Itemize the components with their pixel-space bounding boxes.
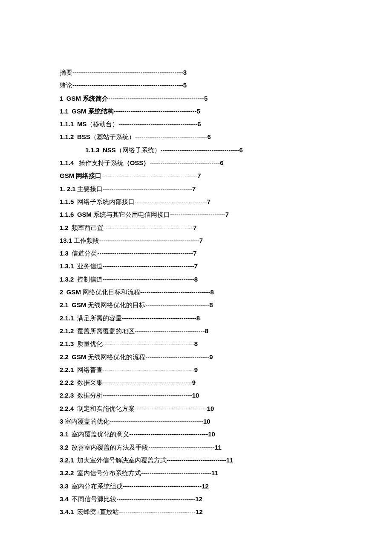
toc-title: 室内分布系统组成 [72,483,123,490]
toc-title: 业务信道 [77,263,103,270]
toc-title: GSM 网络优化目标和流程 [66,289,140,296]
toc-page-number: 7 [197,169,201,182]
toc-label: 3.3 室内分布系统组成 [60,480,123,493]
toc-page-number: 10 [207,402,214,415]
toc-leader: --------------------------------- [141,467,211,479]
toc-page-number: 5 [183,79,187,92]
toc-label: 2.1.3 质量优化 [60,337,103,350]
toc-entry: 2.1.2 覆盖所需覆盖的地区 ------------------------… [60,325,332,337]
toc-page-number: 5 [204,92,208,105]
toc-label: 3.2.1 加大室外信号解决室内覆盖方式 [60,454,167,467]
toc-page-number: 5 [197,105,200,118]
toc-entry: 2.1.3 质量优化 -----------------------------… [60,337,332,350]
toc-page-number: 8 [210,286,214,299]
toc-entry: 3.3 室内分布系统组成 ---------------------------… [60,480,332,493]
toc-page-number: 8 [194,273,198,286]
toc-label: 2.1.1 满足所需的容量 [60,312,122,325]
toc-title: 数据分析 [77,392,103,399]
toc-entry: 1 GSM 系统简介------------------------------… [60,92,332,105]
toc-title: NSS（网络子系统） [103,147,161,154]
toc-title: 摘要 [60,69,72,76]
toc-leader: ----------------------------------------… [72,66,183,79]
toc-leader: --------------------------------------- [114,105,197,118]
toc-number: 1.3.2 [60,276,74,283]
toc-label: GSM 网络接口 [60,169,101,182]
toc-title: 控制信道 [77,276,103,283]
toc-leader: ------------------------------ [145,351,209,363]
toc-label: 3.4.1 宏蜂窝+直放站 [60,506,119,518]
toc-page-number: 7 [199,234,203,247]
toc-leader: ---------------------------------- [135,402,207,415]
toc-title: 加大室外信号解决室内覆盖方式 [77,457,167,464]
toc-label: 2.2.2 数据采集 [60,376,103,389]
toc-label: 2.2.4 制定和实施优化方案 [60,402,135,415]
toc-page-number: 11 [214,441,222,454]
toc-page-number: 7 [192,183,196,195]
toc-page-number: 3 [183,66,187,79]
toc-title: 操作支持子系统（OSS） [77,160,150,166]
toc-number: 1.1.2 [60,133,74,140]
toc-title: 网络普查 [77,366,103,373]
toc-title: GSM 无线网络优化的目标 [72,302,145,308]
toc-entry: 摘要 -------------------------------------… [60,66,332,79]
toc-number: 3.4.1 [60,508,74,515]
toc-page-number: 8 [205,325,208,337]
toc-entry: 13.1 工作频段 ------------------------------… [60,234,332,247]
toc-number: 1.1.1 [60,120,74,128]
toc-entry: 1.2 频率酉己置 ------------------------------… [60,221,332,234]
toc-entry: 3.2.2 室内信号分布系统方式 -----------------------… [60,467,332,479]
toc-number: 2.1.2 [60,327,74,334]
toc-number: 3.4 [60,495,69,503]
toc-number: 3 [60,418,63,425]
toc-page-number: 10 [208,428,215,441]
toc-title: GSM 系统简介 [66,95,108,102]
toc-label: 13.1 工作频段 [60,234,99,247]
toc-number: 13.1 [60,237,72,244]
toc-page-number: 9 [194,363,198,376]
toc-leader: ------------------------------------- [116,493,195,506]
toc-label: 摘要 [60,66,72,79]
toc-entry: 2.2 GSM 无线网络优化的流程 ----------------------… [60,351,332,363]
toc-entry: 1.1.3 NSS（网络子系统） -----------------------… [60,144,332,157]
toc-title: 满足所需的容量 [77,315,122,322]
toc-number: 3.1 [60,430,69,438]
toc-page-number: 12 [196,506,203,518]
toc-number: 2 [60,288,63,296]
toc-leader: ----------------------------------------… [103,389,192,402]
toc-label: 绪论 [60,79,72,92]
toc-entry: 3.4.1 宏蜂窝+直放站 --------------------------… [60,506,332,518]
toc-number: 1.2 [60,224,69,231]
toc-title: 质量优化 [77,340,103,347]
toc-number: 2.2.3 [60,392,74,399]
toc-page-number: 7 [225,208,229,221]
toc-title: 制定和实施优化方案 [77,405,135,412]
toc-title: MS（移动台） [77,121,119,128]
toc-label: 3.2 改善室内覆盖的方法及手段 [60,441,148,454]
toc-label: 1.1.4 操作支持子系统（OSS） [60,157,150,169]
toc-number: 2.2 [60,353,69,360]
toc-page-number: 8 [194,337,198,350]
toc-label: 3.2.2 室内信号分布系统方式 [60,467,141,479]
toc-entry: 2.1.1 满足所需的容量 --------------------------… [60,312,332,325]
toc-entry: 2.2.1 网络普查 -----------------------------… [60,363,332,376]
toc-entry: 2.2.2 数据采集 -----------------------------… [60,376,332,389]
toc-leader: ------------------------------------ [119,506,196,518]
toc-page-number: 11 [211,467,219,479]
toc-number: 2.2.2 [60,379,74,386]
toc-entry: 3.1 室内覆盖优化的意义 --------------------------… [60,428,332,441]
toc-label: 1.1.1 MS（移动台） [60,118,118,131]
toc-leader: ----------------------------------------… [104,221,193,234]
toc-label: 1.1 GSM 系统结构 [60,105,114,118]
toc-entry: 3.2.1 加大室外信号解决室内覆盖方式 -------------------… [60,454,332,467]
toc-page-number: 12 [202,480,209,493]
toc-title: 室内信号分布系统方式 [77,470,141,477]
toc-leader: --------------------------------- [140,286,210,299]
toc-number: 1.1.4 [60,159,74,166]
toc-number: 2.1.3 [60,340,74,347]
toc-leader: ----------------------------------------… [103,337,194,350]
toc-leader: ------------------------------------- [129,428,208,441]
toc-label: 1.1.2 BSS（基站子系统） [60,131,135,143]
toc-page-number: 10 [192,389,199,402]
toc-number: 3.2.1 [60,456,74,464]
toc-number: 3.3 [60,482,69,490]
